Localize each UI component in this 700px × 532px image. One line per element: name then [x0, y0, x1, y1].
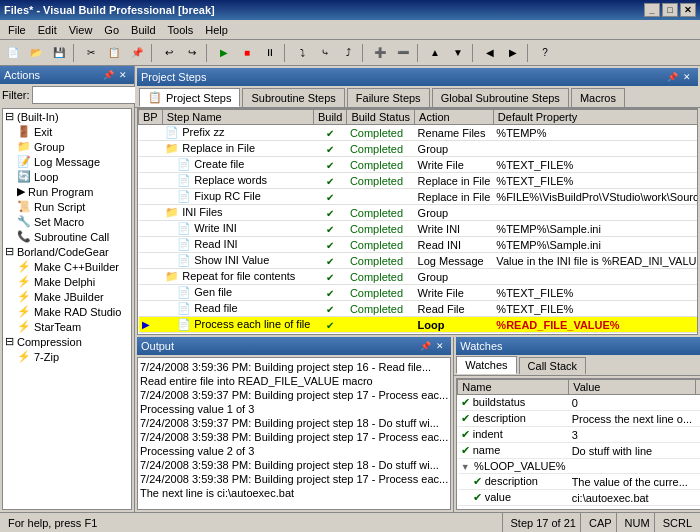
build-cell[interactable]: ✔ [313, 221, 346, 237]
tree-item-14[interactable]: ⚡StarTeam [3, 319, 131, 334]
tree-item-12[interactable]: ⚡Make JBuilder [3, 289, 131, 304]
tree-item-9[interactable]: ⊟Borland/CodeGear [3, 244, 131, 259]
expand-icon[interactable]: ▼ [461, 462, 472, 472]
menu-help[interactable]: Help [199, 20, 234, 39]
tree-item-10[interactable]: ⚡Make C++Builder [3, 259, 131, 274]
pause-button[interactable]: ⏸ [259, 42, 281, 64]
menu-edit[interactable]: Edit [32, 20, 63, 39]
cut-button[interactable]: ✂ [80, 42, 102, 64]
table-row[interactable]: 📁 Replace in File✔CompletedGroup [139, 141, 699, 157]
move-down-button[interactable]: ▼ [447, 42, 469, 64]
build-cell[interactable]: ✔ [313, 301, 346, 317]
watch-row[interactable]: ✔ valueci:\autoexec.bat [458, 490, 700, 506]
build-cell[interactable]: ✔ [313, 269, 346, 285]
actions-close-icon[interactable]: ✕ [116, 68, 130, 82]
maximize-button[interactable]: □ [662, 3, 678, 17]
table-row[interactable]: 📁 INI Files✔CompletedGroup [139, 205, 699, 221]
open-button[interactable]: 📂 [25, 42, 47, 64]
tree-item-7[interactable]: 🔧Set Macro [3, 214, 131, 229]
table-row[interactable]: 📄 Fixup RC File✔Replace in File%FILE%\Vi… [139, 189, 699, 205]
bottom-tab-call-stack[interactable]: Call Stack [519, 357, 587, 374]
ps-pin-icon[interactable]: 📌 [665, 70, 679, 84]
steps-table-container[interactable]: BPStep NameBuildBuild StatusActionDefaul… [137, 108, 698, 335]
help-button[interactable]: ? [534, 42, 556, 64]
step-into-button[interactable]: ⤵ [291, 42, 313, 64]
tree-item-6[interactable]: 📜Run Script [3, 199, 131, 214]
run-button[interactable]: ▶ [213, 42, 235, 64]
out-pin-icon[interactable]: 📌 [418, 339, 432, 353]
back-button[interactable]: ◀ [479, 42, 501, 64]
watch-row[interactable]: ✔ buildstatus0 [458, 395, 700, 411]
watch-row[interactable]: ✔ descriptionThe value of the curre... [458, 474, 700, 490]
build-cell[interactable]: ✔ [313, 253, 346, 269]
step-out-button[interactable]: ⤴ [337, 42, 359, 64]
table-row[interactable]: 📄 Create file✔CompletedWrite File%TEXT_F… [139, 157, 699, 173]
menu-view[interactable]: View [63, 20, 99, 39]
build-cell[interactable]: ✔ [313, 333, 346, 336]
stop-button[interactable]: ■ [236, 42, 258, 64]
table-row[interactable]: 📄 Write INI✔CompletedWrite INI%TEMP%\Sam… [139, 221, 699, 237]
tree-item-2[interactable]: 📁Group [3, 139, 131, 154]
paste-button[interactable]: 📌 [126, 42, 148, 64]
redo-button[interactable]: ↪ [181, 42, 203, 64]
tab-global-subroutine-steps[interactable]: Global Subroutine Steps [432, 88, 569, 107]
tree-item-11[interactable]: ⚡Make Delphi [3, 274, 131, 289]
watch-row[interactable]: ✔ nameDo stuff with line [458, 443, 700, 459]
tab-macros[interactable]: Macros [571, 88, 625, 107]
add-step-button[interactable]: ➕ [369, 42, 391, 64]
menu-tools[interactable]: Tools [162, 20, 200, 39]
table-row[interactable]: 📄 Do stuff with line✔CompletedLog Messag… [139, 333, 699, 336]
forward-button[interactable]: ▶ [502, 42, 524, 64]
tree-item-5[interactable]: ▶Run Program [3, 184, 131, 199]
delete-step-button[interactable]: ➖ [392, 42, 414, 64]
tree-item-1[interactable]: 🚪Exit [3, 124, 131, 139]
tab-failure-steps[interactable]: Failure Steps [347, 88, 430, 107]
save-button[interactable]: 💾 [48, 42, 70, 64]
table-row[interactable]: 📄 Gen file✔CompletedWrite File%TEXT_FILE… [139, 285, 699, 301]
build-cell[interactable]: ✔ [313, 141, 346, 157]
table-row[interactable]: 📄 Read INI✔CompletedRead INI%TEMP%\Sampl… [139, 237, 699, 253]
table-row[interactable]: 📄 Read file✔CompletedRead File%TEXT_FILE… [139, 301, 699, 317]
minimize-button[interactable]: _ [644, 3, 660, 17]
tree-item-13[interactable]: ⚡Make RAD Studio [3, 304, 131, 319]
tab-subroutine-steps[interactable]: Subroutine Steps [242, 88, 344, 107]
output-content[interactable]: 7/24/2008 3:59:36 PM: Building project s… [137, 357, 451, 510]
menu-file[interactable]: File [2, 20, 32, 39]
build-cell[interactable]: ✔ [313, 173, 346, 189]
step-over-button[interactable]: ⤷ [314, 42, 336, 64]
tree-item-4[interactable]: 🔄Loop [3, 169, 131, 184]
watches-table-container[interactable]: NameValueExpanded✔ buildstatus0✔ descrip… [456, 378, 700, 510]
table-row[interactable]: ▶📄 Process each line of file✔Loop%READ_F… [139, 317, 699, 333]
out-close-icon[interactable]: ✕ [433, 339, 447, 353]
watch-row[interactable]: ✔ descriptionProcess the next line o... [458, 411, 700, 427]
build-cell[interactable]: ✔ [313, 285, 346, 301]
copy-button[interactable]: 📋 [103, 42, 125, 64]
tree-item-0[interactable]: ⊟(Built-In) [3, 109, 131, 124]
tab-project-steps[interactable]: 📋 Project Steps [139, 88, 240, 107]
table-row[interactable]: 📁 Repeat for file contents✔CompletedGrou… [139, 269, 699, 285]
tree-item-15[interactable]: ⊟Compression [3, 334, 131, 349]
new-button[interactable]: 📄 [2, 42, 24, 64]
bottom-tab-watches[interactable]: Watches [456, 356, 516, 374]
build-cell[interactable]: ✔ [313, 317, 346, 333]
tree-item-8[interactable]: 📞Subroutine Call [3, 229, 131, 244]
tree-item-3[interactable]: 📝Log Message [3, 154, 131, 169]
ps-close-icon[interactable]: ✕ [680, 70, 694, 84]
watch-row[interactable]: ✔ indent3 [458, 427, 700, 443]
pin-icon[interactable]: 📌 [101, 68, 115, 82]
build-cell[interactable]: ✔ [313, 157, 346, 173]
menu-go[interactable]: Go [98, 20, 125, 39]
menu-build[interactable]: Build [125, 20, 161, 39]
tree-item-16[interactable]: ⚡7-Zip [3, 349, 131, 364]
watch-row[interactable]: ▼ %LOOP_VALUE% [458, 459, 700, 474]
build-cell[interactable]: ✔ [313, 237, 346, 253]
table-row[interactable]: 📄 Replace words✔CompletedReplace in File… [139, 173, 699, 189]
build-cell[interactable]: ✔ [313, 189, 346, 205]
close-button[interactable]: ✕ [680, 3, 696, 17]
move-up-button[interactable]: ▲ [424, 42, 446, 64]
table-row[interactable]: 📄 Prefix zz✔CompletedRename Files%TEMP% [139, 125, 699, 141]
undo-button[interactable]: ↩ [158, 42, 180, 64]
build-cell[interactable]: ✔ [313, 125, 346, 141]
build-cell[interactable]: ✔ [313, 205, 346, 221]
table-row[interactable]: 📄 Show INI Value✔CompletedLog MessageVal… [139, 253, 699, 269]
